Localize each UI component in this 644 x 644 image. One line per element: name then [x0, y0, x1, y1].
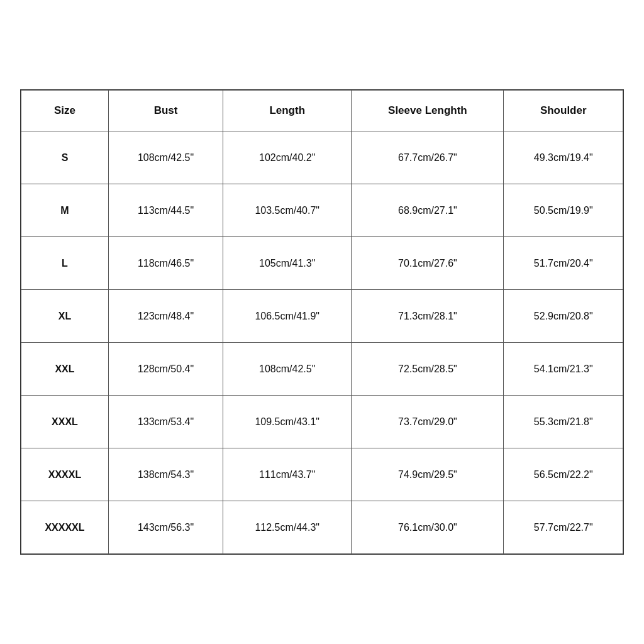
cell-shoulder-5: 55.3cm/21.8"	[504, 396, 623, 448]
cell-shoulder-7: 57.7cm/22.7"	[504, 501, 623, 554]
table-row: M113cm/44.5"103.5cm/40.7"68.9cm/27.1"50.…	[21, 184, 623, 237]
cell-size-5: XXXL	[21, 396, 109, 448]
cell-bust-3: 123cm/48.4"	[108, 290, 223, 343]
cell-length-4: 108cm/42.5"	[223, 343, 352, 396]
cell-size-1: M	[21, 184, 109, 237]
cell-sleeve-1: 68.9cm/27.1"	[352, 184, 504, 237]
table-row: XXXXL138cm/54.3"111cm/43.7"74.9cm/29.5"5…	[21, 448, 623, 501]
col-header-sleeve: Sleeve Lenghth	[352, 91, 504, 131]
cell-size-3: XL	[21, 290, 109, 343]
cell-size-6: XXXXL	[21, 448, 109, 501]
cell-sleeve-2: 70.1cm/27.6"	[352, 237, 504, 290]
cell-sleeve-0: 67.7cm/26.7"	[352, 131, 504, 184]
cell-size-2: L	[21, 237, 109, 290]
col-header-bust: Bust	[108, 91, 223, 131]
table-row: L118cm/46.5"105cm/41.3"70.1cm/27.6"51.7c…	[21, 237, 623, 290]
table-row: XXXL133cm/53.4"109.5cm/43.1"73.7cm/29.0"…	[21, 396, 623, 448]
cell-length-0: 102cm/40.2"	[223, 131, 352, 184]
cell-bust-1: 113cm/44.5"	[108, 184, 223, 237]
cell-sleeve-4: 72.5cm/28.5"	[352, 343, 504, 396]
cell-sleeve-6: 74.9cm/29.5"	[352, 448, 504, 501]
cell-bust-4: 128cm/50.4"	[108, 343, 223, 396]
cell-shoulder-3: 52.9cm/20.8"	[504, 290, 623, 343]
table-row: S108cm/42.5"102cm/40.2"67.7cm/26.7"49.3c…	[21, 131, 623, 184]
cell-length-2: 105cm/41.3"	[223, 237, 352, 290]
cell-bust-6: 138cm/54.3"	[108, 448, 223, 501]
cell-bust-7: 143cm/56.3"	[108, 501, 223, 554]
table-header-row: Size Bust Length Sleeve Lenghth Shoulder	[21, 91, 623, 131]
cell-length-5: 109.5cm/43.1"	[223, 396, 352, 448]
cell-length-7: 112.5cm/44.3"	[223, 501, 352, 554]
cell-bust-0: 108cm/42.5"	[108, 131, 223, 184]
col-header-shoulder: Shoulder	[504, 91, 623, 131]
cell-shoulder-0: 49.3cm/19.4"	[504, 131, 623, 184]
cell-size-0: S	[21, 131, 109, 184]
cell-bust-2: 118cm/46.5"	[108, 237, 223, 290]
table-row: XL123cm/48.4"106.5cm/41.9"71.3cm/28.1"52…	[21, 290, 623, 343]
cell-length-3: 106.5cm/41.9"	[223, 290, 352, 343]
size-chart-table: Size Bust Length Sleeve Lenghth Shoulder…	[21, 90, 623, 554]
cell-size-7: XXXXXL	[21, 501, 109, 554]
cell-length-1: 103.5cm/40.7"	[223, 184, 352, 237]
cell-sleeve-7: 76.1cm/30.0"	[352, 501, 504, 554]
size-chart-container: Size Bust Length Sleeve Lenghth Shoulder…	[20, 89, 624, 555]
col-header-length: Length	[223, 91, 352, 131]
cell-shoulder-4: 54.1cm/21.3"	[504, 343, 623, 396]
cell-shoulder-1: 50.5cm/19.9"	[504, 184, 623, 237]
cell-sleeve-3: 71.3cm/28.1"	[352, 290, 504, 343]
cell-bust-5: 133cm/53.4"	[108, 396, 223, 448]
cell-size-4: XXL	[21, 343, 109, 396]
cell-length-6: 111cm/43.7"	[223, 448, 352, 501]
cell-shoulder-2: 51.7cm/20.4"	[504, 237, 623, 290]
table-row: XXL128cm/50.4"108cm/42.5"72.5cm/28.5"54.…	[21, 343, 623, 396]
cell-shoulder-6: 56.5cm/22.2"	[504, 448, 623, 501]
col-header-size: Size	[21, 91, 109, 131]
table-row: XXXXXL143cm/56.3"112.5cm/44.3"76.1cm/30.…	[21, 501, 623, 554]
cell-sleeve-5: 73.7cm/29.0"	[352, 396, 504, 448]
